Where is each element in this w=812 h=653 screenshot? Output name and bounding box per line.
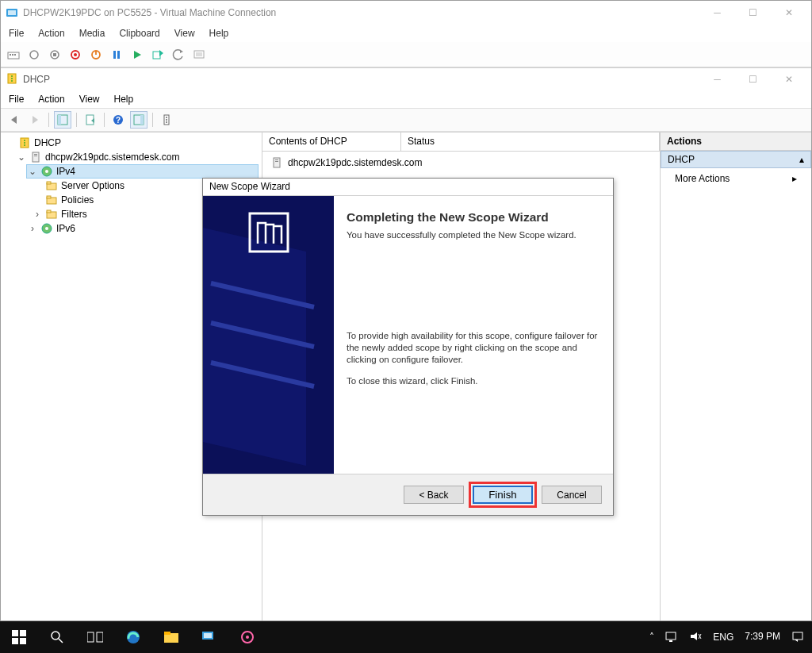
checkpoint-icon[interactable] xyxy=(150,47,166,63)
show-hide-action-pane-icon[interactable] xyxy=(130,111,147,129)
svg-rect-14 xyxy=(117,51,120,59)
finish-button[interactable]: Finish xyxy=(473,486,533,504)
actions-sub-dhcp[interactable]: DHCP ▴ xyxy=(661,151,811,168)
close-button[interactable]: ✕ xyxy=(771,2,806,24)
tree-ipv4-label: IPv4 xyxy=(56,166,75,177)
search-icon[interactable] xyxy=(38,621,76,653)
cancel-button[interactable]: Cancel xyxy=(542,486,602,504)
wizard-text-success: You have successfully completed the New … xyxy=(347,229,600,241)
tray-sound-icon[interactable] xyxy=(689,631,702,644)
dhcp-close-button[interactable]: ✕ xyxy=(771,68,806,90)
vm-menu-media[interactable]: Media xyxy=(79,28,105,39)
vm-menu-action[interactable]: Action xyxy=(38,28,64,39)
dhcp-maximize-button[interactable]: ☐ xyxy=(735,68,771,90)
wizard-text-failover: To provide high availability for this sc… xyxy=(347,330,600,366)
help-icon[interactable]: ? xyxy=(109,111,127,129)
content-col-contents[interactable]: Contents of DHCP xyxy=(262,133,401,151)
file-explorer-icon[interactable] xyxy=(152,621,190,653)
svg-marker-82 xyxy=(691,632,697,640)
back-button[interactable]: < Back xyxy=(404,486,464,504)
dhcp-minimize-button[interactable]: ─ xyxy=(699,68,735,90)
svg-point-6 xyxy=(30,51,38,59)
svg-rect-34 xyxy=(140,115,144,125)
tray-clock[interactable]: 7:39 PM xyxy=(745,632,780,642)
svg-rect-51 xyxy=(47,196,51,198)
start-icon[interactable] xyxy=(129,47,145,63)
svg-point-37 xyxy=(166,119,167,121)
tray-up-icon[interactable]: ˄ xyxy=(649,632,654,643)
svg-point-79 xyxy=(246,636,249,639)
turnoff-icon[interactable] xyxy=(67,47,83,63)
ctrlaltdel-icon[interactable] xyxy=(6,47,21,63)
svg-point-55 xyxy=(45,227,48,230)
tray-network-icon[interactable] xyxy=(665,631,678,644)
tree-root-dhcp[interactable]: DHCP xyxy=(4,136,259,150)
svg-rect-13 xyxy=(113,51,116,59)
wizard-sidebar xyxy=(203,196,334,474)
back-icon[interactable] xyxy=(6,111,23,129)
vm-menu-clipboard[interactable]: Clipboard xyxy=(119,28,159,39)
enhanced-session-icon[interactable] xyxy=(191,47,207,63)
svg-rect-71 xyxy=(87,632,94,642)
toolbar-circle-1-icon[interactable] xyxy=(26,47,42,63)
vm-connection-task-icon[interactable] xyxy=(190,621,228,653)
actions-sub-label: DHCP xyxy=(668,154,695,165)
content-header: Contents of DHCP Status xyxy=(262,133,660,152)
actions-more[interactable]: More Actions ▸ xyxy=(661,168,811,189)
wizard-heading: Completing the New Scope Wizard xyxy=(347,210,600,225)
dhcp-menubar: File Action View Help xyxy=(1,90,811,108)
dhcp-menu-file[interactable]: File xyxy=(9,94,24,105)
vm-window-title: DHCPW2K19PDC on PC5525 - Virtual Machine… xyxy=(23,7,276,18)
wizard-main: Completing the New Scope Wizard You have… xyxy=(334,196,613,474)
actions-title: Actions xyxy=(661,133,811,151)
vm-menu-view[interactable]: View xyxy=(174,28,195,39)
dhcp-app-icon xyxy=(6,72,18,87)
show-hide-tree-icon[interactable] xyxy=(54,111,71,129)
svg-rect-72 xyxy=(97,632,103,642)
svg-rect-75 xyxy=(164,632,170,635)
vm-menu-file[interactable]: File xyxy=(9,28,24,39)
ipv6-icon xyxy=(40,222,53,235)
tree-ipv4[interactable]: ⌄ IPv4 xyxy=(26,164,259,179)
svg-rect-8 xyxy=(53,53,56,56)
folder-policies-icon xyxy=(45,194,58,206)
collapse-icon[interactable]: ⌄ xyxy=(28,166,37,177)
minimize-button[interactable]: ─ xyxy=(699,2,735,24)
svg-rect-66 xyxy=(20,630,26,636)
svg-point-40 xyxy=(24,140,25,141)
edge-icon[interactable] xyxy=(114,621,152,653)
expand-icon[interactable]: › xyxy=(28,223,37,234)
collapse-icon[interactable]: ⌄ xyxy=(17,152,26,163)
vm-menu-help[interactable]: Help xyxy=(209,28,229,39)
forward-icon[interactable] xyxy=(26,111,44,129)
export-list-icon[interactable] xyxy=(82,111,99,129)
expand-icon[interactable]: › xyxy=(33,209,42,220)
content-col-status[interactable]: Status xyxy=(401,133,660,151)
dhcp-menu-help[interactable]: Help xyxy=(114,94,134,105)
svg-rect-68 xyxy=(20,638,26,644)
tray-lang[interactable]: ENG xyxy=(713,632,733,643)
revert-icon[interactable] xyxy=(170,47,186,63)
content-row[interactable]: dhcpw2k19pdc.sistemdesk.com xyxy=(262,152,660,174)
dhcp-menu-action[interactable]: Action xyxy=(38,94,64,105)
collapse-up-icon[interactable]: ▴ xyxy=(799,154,804,165)
task-view-icon[interactable] xyxy=(76,621,114,653)
svg-rect-43 xyxy=(33,152,39,162)
svg-rect-44 xyxy=(34,154,37,155)
tree-filters-label: Filters xyxy=(61,209,87,220)
pause-icon[interactable] xyxy=(109,47,124,63)
svg-rect-1 xyxy=(8,10,16,15)
start-button[interactable] xyxy=(0,621,38,653)
tray-notifications-icon[interactable] xyxy=(791,630,804,645)
maximize-button[interactable]: ☐ xyxy=(735,2,771,24)
dhcp-menu-view[interactable]: View xyxy=(79,94,100,105)
svg-text:?: ? xyxy=(116,116,121,125)
tree-server[interactable]: ⌄ dhcpw2k19pdc.sistemdesk.com xyxy=(15,150,259,164)
svg-point-10 xyxy=(74,53,77,56)
svg-rect-3 xyxy=(10,54,11,56)
tree-server-options-label: Server Options xyxy=(61,180,124,191)
toolbar-circle-2-icon[interactable] xyxy=(47,47,63,63)
settings-task-icon[interactable] xyxy=(228,621,266,653)
server-tower-icon[interactable] xyxy=(158,111,175,129)
shutdown-icon[interactable] xyxy=(88,47,104,63)
